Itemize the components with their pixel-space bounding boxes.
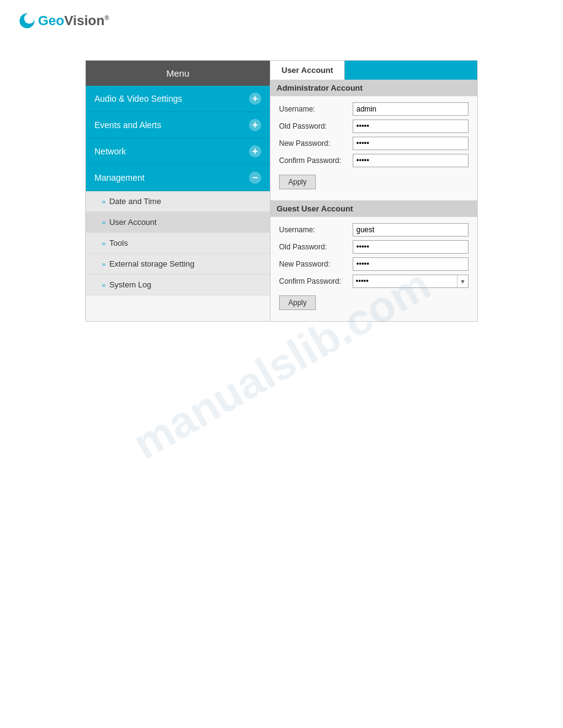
arrow-icon: » [102,198,105,205]
sidebar-subitem-tools[interactable]: » Tools [86,233,270,254]
app-container: Menu Audio & Video Settings + Events and… [85,60,478,322]
header: GeoVision® [0,0,563,42]
guest-new-password-input[interactable] [353,257,469,271]
sidebar-item-audio-video[interactable]: Audio & Video Settings + [86,86,270,112]
sidebar-item-management-icon: − [249,172,261,184]
admin-confirm-password-row: Confirm Password: [279,154,469,167]
password-toggle-icon[interactable]: ▼ [457,275,468,287]
admin-username-input[interactable] [353,102,469,116]
admin-confirm-password-label: Confirm Password: [279,156,353,165]
guest-confirm-password-label: Confirm Password: [279,277,353,286]
tab-bar: User Account [270,61,477,80]
sidebar-subitem-external-storage-label: External storage Setting [109,259,194,268]
sidebar-subitem-user-account[interactable]: » User Account [86,212,270,233]
admin-new-password-input[interactable] [353,137,469,150]
sidebar-item-events-alerts[interactable]: Events and Alerts + [86,112,270,138]
admin-section-header: Administrator Account [270,80,477,96]
guest-old-password-input[interactable] [353,240,469,254]
guest-new-password-label: New Password: [279,260,353,268]
logo: GeoVision® [18,12,545,29]
main-wrapper: Menu Audio & Video Settings + Events and… [0,42,563,340]
sidebar: Menu Audio & Video Settings + Events and… [86,61,270,321]
sidebar-subitem-system-log[interactable]: » System Log [86,275,270,295]
sidebar-item-events-alerts-label: Events and Alerts [94,120,161,130]
guest-form-section: Username: Old Password: New Password: Co… [270,217,477,321]
sidebar-item-network[interactable]: Network + [86,138,270,165]
admin-form-section: Username: Old Password: New Password: Co… [270,96,477,200]
sidebar-subitem-date-time[interactable]: » Date and Time [86,191,270,212]
sidebar-subitem-user-account-label: User Account [109,218,156,227]
arrow-icon: » [102,281,105,289]
sidebar-item-events-alerts-icon: + [249,119,261,131]
guest-new-password-row: New Password: [279,257,469,271]
admin-confirm-password-input[interactable] [353,154,469,167]
sidebar-subitem-date-time-label: Date and Time [109,197,161,206]
admin-new-password-label: New Password: [279,139,353,148]
sidebar-item-network-icon: + [249,145,261,157]
admin-username-row: Username: [279,102,469,116]
sidebar-item-management-label: Management [94,173,145,183]
guest-old-password-label: Old Password: [279,243,353,251]
guest-username-label: Username: [279,226,353,234]
guest-username-input[interactable] [353,223,469,237]
sidebar-subitem-tools-label: Tools [109,238,128,248]
admin-old-password-input[interactable] [353,119,469,133]
admin-apply-button[interactable]: Apply [279,175,316,189]
sidebar-item-management[interactable]: Management − [86,165,270,191]
sidebar-item-audio-video-icon: + [249,93,261,105]
svg-point-1 [24,13,34,24]
tab-user-account[interactable]: User Account [270,61,345,80]
sidebar-item-network-label: Network [94,146,126,156]
guest-confirm-password-input[interactable] [353,276,457,287]
guest-old-password-row: Old Password: [279,240,469,254]
admin-old-password-label: Old Password: [279,122,353,131]
sidebar-subitem-external-storage[interactable]: » External storage Setting [86,254,270,275]
arrow-icon: » [102,260,105,268]
admin-old-password-row: Old Password: [279,119,469,133]
admin-username-label: Username: [279,105,353,113]
arrow-icon: » [102,219,105,226]
guest-confirm-password-wrapper: ▼ [353,275,469,288]
guest-confirm-password-row: Confirm Password: ▼ [279,275,469,288]
guest-apply-button[interactable]: Apply [279,295,316,310]
sidebar-subitem-system-log-label: System Log [109,280,151,289]
admin-new-password-row: New Password: [279,137,469,150]
content-area: User Account Administrator Account Usern… [270,61,477,321]
sidebar-header: Menu [86,61,270,86]
logo-icon [18,12,36,29]
sidebar-item-audio-video-label: Audio & Video Settings [94,94,182,104]
arrow-icon: » [102,240,105,247]
logo-text: GeoVision® [38,13,109,29]
guest-section-header: Guest User Account [270,200,477,217]
guest-username-row: Username: [279,223,469,237]
